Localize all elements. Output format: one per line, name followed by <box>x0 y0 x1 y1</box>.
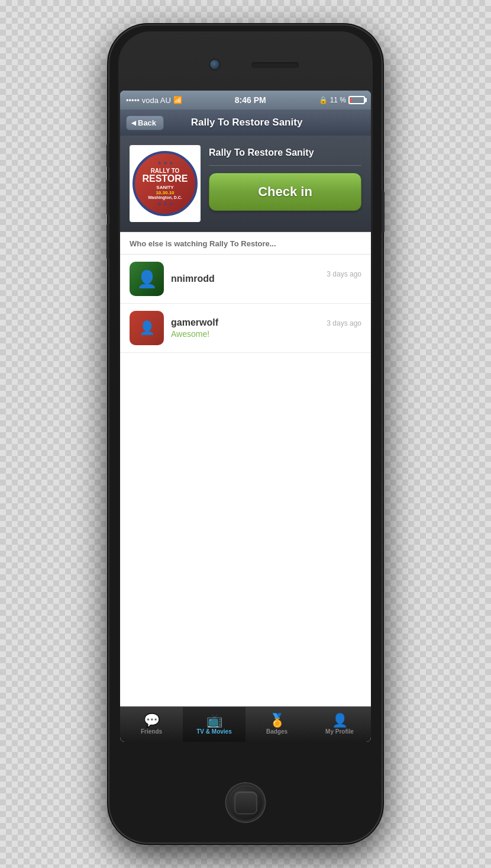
status-bar: ••••• voda AU 📶 8:46 PM 🔒 11 % <box>120 91 371 110</box>
event-poster: ★ ★ ★ Rally To RESTORE SANITY 10.30.10 W… <box>130 145 201 222</box>
avatar: 👤 <box>130 311 164 345</box>
divider <box>209 165 361 166</box>
checkin-button[interactable]: Check in <box>209 173 361 211</box>
avatar-image: 👤 <box>130 262 164 296</box>
star-2: ★ <box>163 160 167 166</box>
user-info: gamerwolf Awesome! <box>171 317 319 339</box>
poster-date: 10.30.10 <box>156 190 174 195</box>
event-details: Rally To Restore Sanity Check in <box>209 145 361 211</box>
checkin-time: 3 days ago <box>327 311 361 327</box>
home-button-inner <box>234 792 257 814</box>
star-6: ★ <box>169 201 173 207</box>
profile-icon: 👤 <box>332 714 348 727</box>
front-camera <box>210 60 219 69</box>
friends-icon: 💬 <box>144 714 160 727</box>
watching-title: Who else is watching Rally To Restore... <box>130 239 361 248</box>
tab-friends-label: Friends <box>141 729 162 735</box>
avatar-image: 👤 <box>130 311 164 345</box>
mute-button[interactable] <box>106 144 109 168</box>
lock-icon: 🔒 <box>319 96 328 104</box>
volume-down-button[interactable] <box>106 224 109 259</box>
tv-icon: 📺 <box>206 714 222 727</box>
table-row[interactable]: 👤 nnimrodd 3 days ago <box>120 255 371 304</box>
poster-line2: RESTORE <box>142 174 188 184</box>
star-4: ★ <box>157 201 161 207</box>
earpiece-speaker <box>251 62 299 68</box>
power-button[interactable] <box>382 191 385 233</box>
poster-bottom-stars: ★ ★ ★ <box>157 201 173 207</box>
tab-badges-label: Badges <box>266 729 288 735</box>
back-button[interactable]: Back <box>126 115 164 130</box>
tab-badges[interactable]: 🏅 Badges <box>246 707 308 742</box>
table-row[interactable]: 👤 gamerwolf Awesome! 3 days ago <box>120 304 371 353</box>
tab-bar: 💬 Friends 📺 TV & Movies 🏅 Badges 👤 My Pr… <box>120 706 371 742</box>
home-button[interactable] <box>227 783 265 822</box>
status-right: 🔒 11 % <box>319 96 365 104</box>
poster-location: Washington, D.C. <box>148 195 182 200</box>
user-comment: Awesome! <box>171 329 319 339</box>
star-3: ★ <box>169 160 173 166</box>
wifi-icon: 📶 <box>173 96 182 104</box>
tab-tv-movies-label: TV & Movies <box>196 729 231 735</box>
tab-my-profile[interactable]: 👤 My Profile <box>308 707 371 742</box>
status-left: ••••• voda AU 📶 <box>126 96 182 105</box>
avatar: 👤 <box>130 262 164 296</box>
event-section: ★ ★ ★ Rally To RESTORE SANITY 10.30.10 W… <box>120 136 371 232</box>
main-content: ★ ★ ★ Rally To RESTORE SANITY 10.30.10 W… <box>120 136 371 742</box>
star-1: ★ <box>157 160 161 166</box>
user-info: nnimrodd <box>171 274 319 284</box>
badges-icon: 🏅 <box>269 714 285 727</box>
battery-fill <box>350 98 352 102</box>
battery-icon <box>348 96 365 104</box>
phone-frame: ••••• voda AU 📶 8:46 PM 🔒 11 % Back Rall… <box>109 25 382 843</box>
watching-header: Who else is watching Rally To Restore... <box>120 232 371 255</box>
status-time: 8:46 PM <box>235 95 266 105</box>
signal-dots: ••••• <box>126 96 140 105</box>
screen: ••••• voda AU 📶 8:46 PM 🔒 11 % Back Rall… <box>120 91 371 742</box>
nav-title: Rally To Restore Sanity <box>164 117 330 128</box>
volume-up-button[interactable] <box>106 179 109 215</box>
poster-image: ★ ★ ★ Rally To RESTORE SANITY 10.30.10 W… <box>133 151 198 216</box>
event-title: Rally To Restore Sanity <box>209 147 361 158</box>
username: nnimrodd <box>171 274 319 284</box>
watching-section: Who else is watching Rally To Restore...… <box>120 232 371 706</box>
star-5: ★ <box>163 201 167 207</box>
checkin-time: 3 days ago <box>327 262 361 278</box>
username: gamerwolf <box>171 317 319 328</box>
carrier-label: voda AU <box>142 96 171 105</box>
tab-my-profile-label: My Profile <box>325 729 354 735</box>
poster-top-stars: ★ ★ ★ <box>157 160 173 166</box>
user-list: 👤 nnimrodd 3 days ago 👤 gamerwol <box>120 255 371 353</box>
poster-line3: SANITY <box>156 185 173 190</box>
tab-friends[interactable]: 💬 Friends <box>120 707 183 742</box>
navigation-bar: Back Rally To Restore Sanity <box>120 110 371 136</box>
battery-percent: 11 % <box>330 96 346 104</box>
tab-tv-movies[interactable]: 📺 TV & Movies <box>183 707 246 742</box>
